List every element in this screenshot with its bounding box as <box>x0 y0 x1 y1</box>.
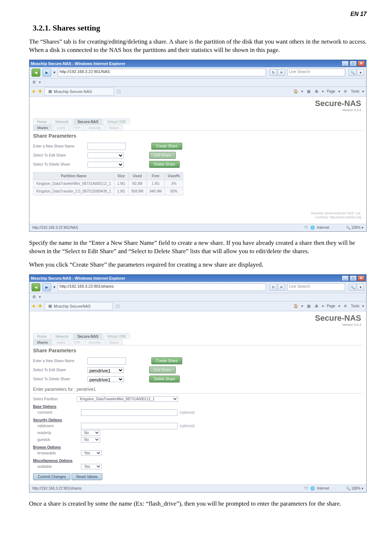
new-tab-icon[interactable]: ▢ <box>116 89 121 94</box>
page-menu[interactable]: Page <box>327 304 335 308</box>
guestok-select[interactable]: No <box>81 437 100 442</box>
refresh-icon[interactable]: ↻ <box>270 69 277 76</box>
create-share-button[interactable]: Create Share <box>151 143 182 150</box>
tab-secure-nas[interactable]: Secure-NAS <box>73 118 102 125</box>
zoom-label[interactable]: 🔍 100% ▾ <box>346 226 363 230</box>
subtab-security[interactable]: Security <box>85 339 105 345</box>
delete-share-button[interactable]: Delete Share <box>149 161 180 168</box>
validusers-input[interactable] <box>81 423 177 429</box>
browseable-select[interactable]: Yes <box>81 450 102 456</box>
group-base: Base Options <box>33 405 363 409</box>
forward-button[interactable]: ► <box>42 283 51 291</box>
edit-share-select[interactable]: pendrive1 <box>87 367 124 373</box>
minimize-button[interactable]: _ <box>342 61 349 66</box>
dropdown-icon[interactable]: ▾ <box>53 70 56 75</box>
subtab-ftp[interactable]: FTP <box>70 125 84 130</box>
tools-icon[interactable]: ⚙ <box>343 304 348 309</box>
page-menu[interactable]: Page <box>327 89 335 93</box>
tools-menu[interactable]: Tools <box>351 89 359 93</box>
available-select[interactable]: Yes <box>81 464 102 469</box>
delete-share-select[interactable]: pendrive1 <box>87 376 124 382</box>
feed-icon[interactable]: ▦ <box>306 304 311 309</box>
maximize-button[interactable]: □ <box>350 61 357 66</box>
page-icon: ▦ <box>48 89 53 94</box>
forward-button[interactable]: ► <box>42 69 51 77</box>
refresh-icon[interactable]: ↻ <box>270 284 277 291</box>
edit-share-select[interactable] <box>87 153 124 158</box>
search-dd-icon[interactable]: ▾ <box>357 284 364 291</box>
validusers-label: validusers <box>33 424 81 428</box>
subtab-users[interactable]: Users <box>53 339 69 345</box>
url-field[interactable]: http://192.168.3.22:901/shares <box>58 283 266 291</box>
window-title: Moschip Secure-NAS - Windows Internet Ex… <box>31 276 125 280</box>
add-favorite-icon[interactable]: ✚ <box>38 303 42 309</box>
intro-para-1: The “Shares” tab is for creating/editing… <box>29 38 367 54</box>
close-button[interactable]: ✕ <box>358 275 365 281</box>
globe-icon: 🌐 <box>310 226 315 230</box>
tools-icon[interactable]: ⚙ <box>343 89 348 94</box>
brand-version: Version 0.0.4 <box>315 108 361 112</box>
th-size: Size <box>114 172 128 180</box>
subtab-shares[interactable]: Shares <box>33 339 52 345</box>
intro-para-2: Specify the name in the “Enter a New Sha… <box>29 239 367 256</box>
tab-home[interactable]: Home <box>33 118 51 125</box>
favorites-icon[interactable]: ★ <box>32 89 36 94</box>
create-share-button[interactable]: Create Share <box>151 357 182 364</box>
new-share-input[interactable] <box>87 357 126 365</box>
stop-icon[interactable]: ✕ <box>278 284 285 291</box>
tab-virtual-usb[interactable]: Virtual USB <box>103 333 130 339</box>
search-field[interactable]: Live Search <box>287 69 345 76</box>
zoom-label[interactable]: 🔍 100% ▾ <box>346 486 363 490</box>
links-bar: ⚙▾ <box>29 293 366 301</box>
guestok-label: guestok <box>33 438 81 442</box>
commit-changes-button[interactable]: Commit Changes <box>33 473 70 480</box>
print-icon[interactable]: 🖶 <box>314 89 319 94</box>
back-button[interactable]: ◄ <box>32 283 40 291</box>
subtab-shares[interactable]: Shares <box>33 125 52 130</box>
home-icon[interactable]: 🏠 <box>293 304 298 309</box>
stop-icon[interactable]: ✕ <box>278 69 285 76</box>
tab-virtual-usb[interactable]: Virtual USB <box>103 118 130 125</box>
minimize-button[interactable]: _ <box>342 275 349 281</box>
reset-values-button[interactable]: Reset Values <box>72 473 102 480</box>
new-tab-icon[interactable]: ▢ <box>115 304 120 309</box>
search-field[interactable]: Live Search <box>287 283 345 291</box>
subtab-status[interactable]: Status <box>105 125 123 130</box>
print-icon[interactable]: 🖶 <box>314 304 319 309</box>
subtab-status[interactable]: Status <box>105 339 123 345</box>
subtab-users[interactable]: Users <box>53 125 69 130</box>
favorites-icon[interactable]: ★ <box>32 303 36 309</box>
delete-share-select[interactable] <box>87 162 124 167</box>
search-go-icon[interactable]: 🔍 <box>349 69 356 76</box>
delete-share-label: Select To Delete Share <box>33 377 87 381</box>
home-icon[interactable]: 🏠 <box>293 89 298 94</box>
search-go-icon[interactable]: 🔍 <box>349 284 356 291</box>
back-button[interactable]: ◄ <box>32 69 40 77</box>
tab-bar: ★ ✚ ▦ Moschip SecureNAS ▢ 🏠▾ ▦ 🖶▾ Page▾ … <box>29 301 366 311</box>
close-button[interactable]: ✕ <box>358 61 365 66</box>
comment-input[interactable] <box>81 409 177 416</box>
delete-share-button[interactable]: Delete Share <box>149 376 180 382</box>
edit-share-button[interactable]: Edit Share <box>149 152 176 159</box>
edit-share-button[interactable]: Edit Share <box>149 366 176 373</box>
tab-home[interactable]: Home <box>33 333 51 339</box>
subtab-ftp[interactable]: FTP <box>70 339 84 345</box>
add-favorite-icon[interactable]: ✚ <box>38 89 42 94</box>
readonly-select[interactable]: No <box>81 430 100 436</box>
feed-icon[interactable]: ▦ <box>306 89 311 94</box>
tools-menu[interactable]: Tools <box>351 304 359 308</box>
url-field[interactable]: http://192.168.3.22:901/NAS <box>58 69 266 76</box>
dropdown-icon[interactable]: ▾ <box>53 285 56 289</box>
available-label: available <box>33 465 81 469</box>
subtab-security[interactable]: Security <box>85 125 105 130</box>
browser-tab[interactable]: ▦ Moschip SecureNAS <box>44 302 113 310</box>
new-share-input[interactable] <box>87 143 126 150</box>
tab-network[interactable]: Network <box>52 333 73 339</box>
maximize-button[interactable]: □ <box>350 275 357 281</box>
section-title: Share Parameters <box>33 348 363 353</box>
browser-tab[interactable]: ▦ Moschip Secure-NAS <box>44 88 114 96</box>
search-dd-icon[interactable]: ▾ <box>357 69 364 76</box>
tab-secure-nas[interactable]: Secure-NAS <box>73 333 102 339</box>
tab-network[interactable]: Network <box>52 118 73 125</box>
select-partition[interactable]: Kingston_DataTravelerMini_5B731A000112_1 <box>77 396 178 402</box>
